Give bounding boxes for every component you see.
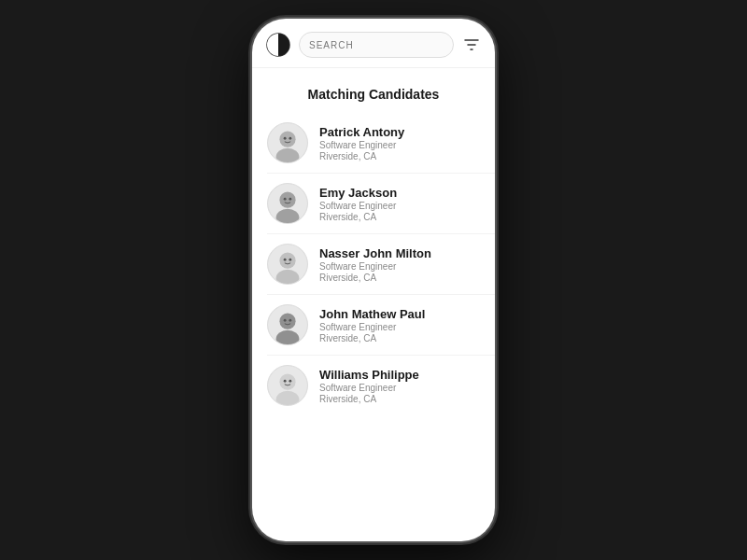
candidate-location: Riverside, CA [319,151,404,161]
svg-point-24 [284,380,287,383]
search-container [299,32,454,58]
svg-point-7 [279,192,295,208]
svg-point-14 [284,259,287,261]
candidate-info: Williams Philippe Software Engineer Rive… [319,368,419,404]
candidate-location: Riverside, CA [319,394,419,404]
candidate-role: Software Engineer [319,322,425,332]
filter-icon[interactable] [461,35,482,55]
svg-point-17 [279,314,295,329]
svg-point-9 [284,198,287,201]
avatar [267,183,308,224]
candidate-location: Riverside, CA [319,212,397,222]
candidate-name: Nasser John Milton [319,246,431,260]
candidate-name: Patrick Antony [319,125,404,139]
list-item[interactable]: Patrick Antony Software Engineer Riversi… [267,113,495,174]
svg-point-5 [289,137,291,140]
phone-frame: Matching Candidates Patrick Antony Softw… [252,19,495,541]
svg-point-12 [279,253,295,269]
top-bar [252,19,495,68]
app-logo [265,32,291,58]
svg-point-15 [289,259,291,261]
svg-point-22 [279,374,295,390]
svg-point-10 [289,198,291,201]
avatar [267,365,308,406]
candidate-name: Williams Philippe [319,368,419,382]
svg-point-2 [279,132,295,147]
list-item[interactable]: Emy Jackson Software Engineer Riverside,… [267,174,495,234]
candidate-info: John Mathew Paul Software Engineer River… [319,307,425,343]
candidate-info: Patrick Antony Software Engineer Riversi… [319,125,404,161]
candidate-role: Software Engineer [319,261,431,272]
candidate-name: John Mathew Paul [319,307,425,321]
content-area: Matching Candidates Patrick Antony Softw… [252,68,495,541]
candidate-role: Software Engineer [319,140,404,150]
candidate-info: Nasser John Milton Software Engineer Riv… [319,246,431,283]
list-item[interactable]: Nasser John Milton Software Engineer Riv… [267,234,495,295]
candidate-location: Riverside, CA [319,333,425,343]
candidate-name: Emy Jackson [319,186,397,200]
svg-point-20 [289,319,291,322]
candidate-info: Emy Jackson Software Engineer Riverside,… [319,186,397,222]
search-input[interactable] [299,32,454,58]
avatar [267,304,308,345]
section-title: Matching Candidates [252,68,495,113]
avatar [267,122,308,163]
list-item[interactable]: John Mathew Paul Software Engineer River… [267,295,495,356]
svg-point-25 [289,380,291,383]
candidate-list: Patrick Antony Software Engineer Riversi… [252,113,495,415]
candidate-location: Riverside, CA [319,273,431,283]
candidate-role: Software Engineer [319,383,419,393]
list-item[interactable]: Williams Philippe Software Engineer Rive… [267,356,495,415]
candidate-role: Software Engineer [319,201,397,211]
svg-point-4 [284,137,287,140]
svg-point-19 [284,319,287,322]
avatar [267,244,308,285]
